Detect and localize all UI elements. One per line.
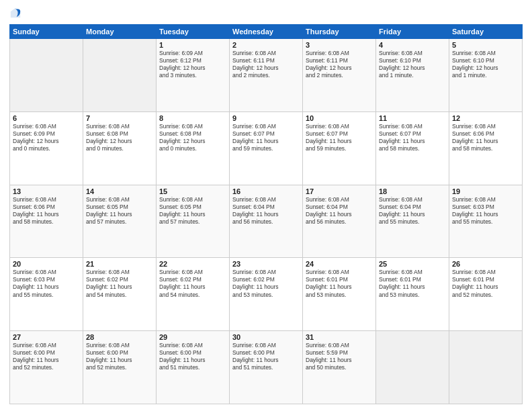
day-info: Sunrise: 6:08 AM Sunset: 6:00 PM Dayligh… [86,342,153,371]
day-number: 4 [379,41,446,49]
calendar-table: SundayMondayTuesdayWednesdayThursdayFrid… [9,24,523,404]
calendar-day-header: Monday [83,25,157,39]
calendar-day-header: Friday [376,25,449,39]
day-number: 28 [86,333,153,341]
day-number: 15 [159,187,226,195]
calendar-cell: 11Sunrise: 6:08 AM Sunset: 6:07 PM Dayli… [376,111,449,185]
day-number: 2 [232,41,300,49]
day-info: Sunrise: 6:08 AM Sunset: 6:09 PM Dayligh… [13,123,80,152]
calendar-cell: 9Sunrise: 6:08 AM Sunset: 6:07 PM Daylig… [230,111,303,185]
calendar-cell [449,331,523,404]
calendar-cell: 27Sunrise: 6:08 AM Sunset: 6:00 PM Dayli… [10,331,83,404]
day-number: 21 [86,260,153,268]
day-info: Sunrise: 6:08 AM Sunset: 6:07 PM Dayligh… [379,123,446,152]
day-number: 25 [379,260,446,268]
day-info: Sunrise: 6:08 AM Sunset: 6:01 PM Dayligh… [452,269,519,298]
day-number: 18 [379,187,446,195]
day-info: Sunrise: 6:08 AM Sunset: 6:01 PM Dayligh… [306,269,373,298]
calendar-week-row: 6Sunrise: 6:08 AM Sunset: 6:09 PM Daylig… [10,111,523,185]
calendar-header-row: SundayMondayTuesdayWednesdayThursdayFrid… [10,25,523,39]
calendar-cell: 15Sunrise: 6:08 AM Sunset: 6:05 PM Dayli… [157,185,230,258]
day-number: 20 [13,260,80,268]
day-info: Sunrise: 6:09 AM Sunset: 6:12 PM Dayligh… [159,50,226,79]
day-info: Sunrise: 6:08 AM Sunset: 6:06 PM Dayligh… [13,196,80,226]
day-number: 8 [159,114,226,122]
calendar-week-row: 13Sunrise: 6:08 AM Sunset: 6:06 PM Dayli… [10,185,523,258]
calendar-day-header: Sunday [10,25,83,39]
day-number: 9 [232,114,300,122]
day-info: Sunrise: 6:08 AM Sunset: 6:01 PM Dayligh… [379,269,446,298]
calendar-cell: 6Sunrise: 6:08 AM Sunset: 6:09 PM Daylig… [10,111,83,185]
day-info: Sunrise: 6:08 AM Sunset: 6:10 PM Dayligh… [379,50,446,79]
calendar-cell: 26Sunrise: 6:08 AM Sunset: 6:01 PM Dayli… [449,258,523,331]
day-number: 10 [306,114,373,122]
calendar-week-row: 20Sunrise: 6:08 AM Sunset: 6:03 PM Dayli… [10,258,523,331]
day-info: Sunrise: 6:08 AM Sunset: 6:10 PM Dayligh… [452,50,519,79]
calendar-cell: 14Sunrise: 6:08 AM Sunset: 6:05 PM Dayli… [83,185,157,258]
day-number: 29 [159,333,226,341]
day-info: Sunrise: 6:08 AM Sunset: 6:11 PM Dayligh… [306,50,373,79]
day-number: 12 [452,114,519,122]
calendar-cell: 2Sunrise: 6:08 AM Sunset: 6:11 PM Daylig… [230,39,303,112]
calendar-cell: 28Sunrise: 6:08 AM Sunset: 6:00 PM Dayli… [83,331,157,404]
day-info: Sunrise: 6:08 AM Sunset: 6:11 PM Dayligh… [232,50,300,79]
calendar-cell: 3Sunrise: 6:08 AM Sunset: 6:11 PM Daylig… [303,39,376,112]
day-number: 26 [452,260,519,268]
calendar-cell: 19Sunrise: 6:08 AM Sunset: 6:03 PM Dayli… [449,185,523,258]
day-info: Sunrise: 6:08 AM Sunset: 6:04 PM Dayligh… [306,196,373,226]
calendar-cell: 12Sunrise: 6:08 AM Sunset: 6:06 PM Dayli… [449,111,523,185]
day-info: Sunrise: 6:08 AM Sunset: 6:00 PM Dayligh… [232,342,300,371]
day-info: Sunrise: 6:08 AM Sunset: 6:04 PM Dayligh… [379,196,446,226]
calendar-cell: 13Sunrise: 6:08 AM Sunset: 6:06 PM Dayli… [10,185,83,258]
day-number: 31 [306,333,373,341]
calendar-cell: 23Sunrise: 6:08 AM Sunset: 6:02 PM Dayli… [230,258,303,331]
calendar-cell: 22Sunrise: 6:08 AM Sunset: 6:02 PM Dayli… [157,258,230,331]
calendar-cell: 20Sunrise: 6:08 AM Sunset: 6:03 PM Dayli… [10,258,83,331]
day-number: 14 [86,187,153,195]
calendar-cell: 31Sunrise: 6:08 AM Sunset: 5:59 PM Dayli… [303,331,376,404]
day-number: 22 [159,260,226,268]
day-number: 1 [159,41,226,49]
calendar-cell: 30Sunrise: 6:08 AM Sunset: 6:00 PM Dayli… [230,331,303,404]
day-number: 11 [379,114,446,122]
day-info: Sunrise: 6:08 AM Sunset: 6:05 PM Dayligh… [86,196,153,226]
day-info: Sunrise: 6:08 AM Sunset: 6:07 PM Dayligh… [232,123,300,152]
calendar-cell: 29Sunrise: 6:08 AM Sunset: 6:00 PM Dayli… [157,331,230,404]
day-info: Sunrise: 6:08 AM Sunset: 6:08 PM Dayligh… [86,123,153,152]
day-number: 7 [86,114,153,122]
calendar-cell: 1Sunrise: 6:09 AM Sunset: 6:12 PM Daylig… [157,39,230,112]
calendar-cell: 7Sunrise: 6:08 AM Sunset: 6:08 PM Daylig… [83,111,157,185]
logo-icon [9,7,21,19]
day-number: 24 [306,260,373,268]
day-number: 19 [452,187,519,195]
calendar-day-header: Thursday [303,25,376,39]
calendar-cell: 5Sunrise: 6:08 AM Sunset: 6:10 PM Daylig… [449,39,523,112]
calendar-cell: 25Sunrise: 6:08 AM Sunset: 6:01 PM Dayli… [376,258,449,331]
day-number: 5 [452,41,519,49]
day-number: 3 [306,41,373,49]
day-info: Sunrise: 6:08 AM Sunset: 6:02 PM Dayligh… [159,269,226,298]
logo [9,7,24,19]
calendar-cell: 16Sunrise: 6:08 AM Sunset: 6:04 PM Dayli… [230,185,303,258]
calendar-cell: 4Sunrise: 6:08 AM Sunset: 6:10 PM Daylig… [376,39,449,112]
day-info: Sunrise: 6:08 AM Sunset: 6:06 PM Dayligh… [452,123,519,152]
day-info: Sunrise: 6:08 AM Sunset: 6:07 PM Dayligh… [306,123,373,152]
calendar-cell [10,39,83,112]
calendar-day-header: Saturday [449,25,523,39]
day-info: Sunrise: 6:08 AM Sunset: 6:03 PM Dayligh… [452,196,519,226]
calendar-cell [376,331,449,404]
day-number: 16 [232,187,300,195]
day-info: Sunrise: 6:08 AM Sunset: 6:02 PM Dayligh… [232,269,300,298]
calendar-cell: 24Sunrise: 6:08 AM Sunset: 6:01 PM Dayli… [303,258,376,331]
calendar-cell: 21Sunrise: 6:08 AM Sunset: 6:02 PM Dayli… [83,258,157,331]
day-info: Sunrise: 6:08 AM Sunset: 6:04 PM Dayligh… [232,196,300,226]
day-info: Sunrise: 6:08 AM Sunset: 6:02 PM Dayligh… [86,269,153,298]
calendar-week-row: 1Sunrise: 6:09 AM Sunset: 6:12 PM Daylig… [10,39,523,112]
day-number: 17 [306,187,373,195]
calendar-cell: 10Sunrise: 6:08 AM Sunset: 6:07 PM Dayli… [303,111,376,185]
day-info: Sunrise: 6:08 AM Sunset: 6:05 PM Dayligh… [159,196,226,226]
calendar-cell [83,39,157,112]
day-info: Sunrise: 6:08 AM Sunset: 6:08 PM Dayligh… [159,123,226,152]
day-number: 6 [13,114,80,122]
day-number: 23 [232,260,300,268]
